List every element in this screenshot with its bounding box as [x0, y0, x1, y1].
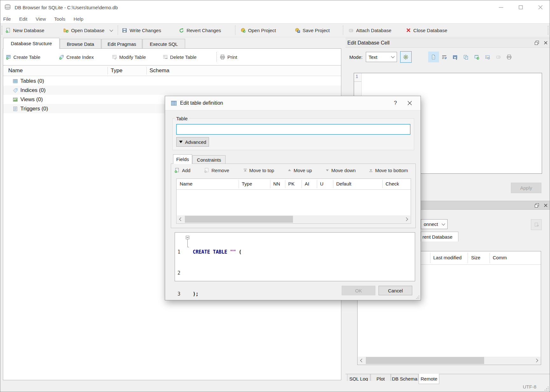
col-u[interactable]: U [320, 181, 324, 186]
print-button[interactable]: Print [220, 54, 237, 60]
tree-header-separator [146, 67, 147, 74]
tree-col-name[interactable]: Name [8, 67, 23, 74]
float-dock-icon[interactable] [534, 203, 539, 208]
cancel-button[interactable]: Cancel [379, 286, 412, 295]
remote-col-last-modified[interactable]: Last modified [433, 255, 462, 260]
move-down-button[interactable]: Move down [325, 168, 356, 173]
menu-help[interactable]: Help [73, 16, 83, 22]
float-dock-icon[interactable] [534, 40, 539, 45]
edit-cell-dock-header[interactable]: Edit Database Cell [345, 38, 550, 48]
indices-icon [13, 88, 18, 93]
apply-button[interactable]: Apply [511, 183, 541, 193]
close-dock-icon[interactable] [544, 203, 548, 207]
close-dock-icon[interactable] [544, 41, 548, 45]
attach-database-button[interactable]: Attach Database [348, 28, 391, 33]
constraints-tab[interactable]: Constraints [192, 155, 226, 164]
cell-editor-line-number: 1 [354, 73, 361, 82]
tab-database-structure[interactable]: Database Structure [3, 38, 59, 49]
remote-table-hscrollbar[interactable] [358, 357, 540, 364]
move-up-button[interactable]: Move up [288, 168, 312, 173]
tab-remote[interactable]: Remote [419, 374, 439, 384]
menu-edit[interactable]: Edit [19, 16, 27, 22]
scroll-left-icon[interactable] [360, 359, 363, 362]
structure-toolbar: Create Table Create Index Modify Table D… [3, 49, 341, 65]
col-check[interactable]: Check [386, 181, 399, 186]
col-pk[interactable]: PK [288, 181, 295, 186]
col-default[interactable]: Default [336, 181, 352, 186]
tree-row-indices[interactable]: Indices (0) [3, 86, 341, 95]
move-to-top-button[interactable]: Move to top [243, 168, 274, 173]
scrollbar-thumb[interactable] [185, 216, 293, 223]
close-button[interactable] [531, 0, 550, 14]
add-field-button[interactable]: Add [174, 168, 191, 173]
delete-table-button[interactable]: Delete Table [163, 54, 197, 60]
word-wrap-button[interactable] [439, 52, 450, 62]
create-table-button[interactable]: Create Table [6, 54, 40, 60]
col-ai[interactable]: AI [305, 181, 309, 186]
scrollbar-thumb[interactable] [366, 357, 484, 364]
open-database-dropdown-arrow[interactable] [110, 30, 113, 31]
fields-table-hscrollbar[interactable] [177, 215, 410, 223]
col-name[interactable]: Name [180, 181, 192, 186]
close-database-button[interactable]: Close Database [406, 28, 447, 33]
current-database-tab[interactable]: rent Database [421, 232, 458, 242]
dialog-close-icon[interactable] [407, 101, 412, 106]
encoding-indicator[interactable]: UTF-8 [523, 384, 537, 389]
create-table-icon [6, 54, 11, 60]
scroll-right-icon[interactable] [535, 359, 539, 362]
dialog-resize-grip-icon[interactable] [416, 295, 420, 299]
image-view-button[interactable] [482, 52, 493, 62]
col-nn[interactable]: NN [273, 181, 280, 186]
maximize-button[interactable] [511, 0, 531, 14]
advanced-button[interactable]: Advanced [176, 137, 209, 147]
resize-grip-icon[interactable] [545, 387, 549, 391]
ok-button[interactable]: OK [342, 286, 375, 295]
set-null-button[interactable] [493, 52, 504, 62]
dialog-help-button[interactable]: ? [387, 100, 403, 106]
open-database-button[interactable]: Open Database [63, 28, 104, 33]
identity-select[interactable]: onnect [421, 219, 448, 229]
tree-col-schema[interactable]: Schema [150, 67, 169, 74]
table-name-input[interactable] [176, 124, 410, 135]
create-index-button[interactable]: Create Index [59, 54, 94, 60]
col-type[interactable]: Type [242, 181, 252, 186]
tab-execute-sql[interactable]: Execute SQL [143, 39, 185, 49]
tab-edit-pragmas[interactable]: Edit Pragmas [101, 39, 142, 49]
write-changes-button[interactable]: Write Changes [122, 28, 161, 33]
toolbar-drag-handle[interactable] [2, 26, 2, 35]
import-text-button[interactable] [450, 52, 461, 62]
text-document-button[interactable] [428, 52, 439, 62]
fields-tab[interactable]: Fields [173, 154, 192, 164]
open-project-label: Open Project [248, 28, 276, 33]
gear-icon [403, 54, 408, 60]
open-project-button[interactable]: Open Project [240, 28, 276, 33]
auto-detect-button[interactable] [400, 51, 412, 63]
clone-database-button[interactable] [531, 219, 542, 230]
export-text-button[interactable] [461, 52, 471, 62]
scroll-right-icon[interactable] [405, 218, 408, 220]
modify-table-button[interactable]: Modify Table [112, 54, 146, 60]
print-cell-button[interactable] [504, 52, 515, 62]
sql-code: CREATE TABLE "" ( ); [193, 234, 242, 312]
scroll-left-icon[interactable] [179, 218, 182, 220]
new-database-button[interactable]: New Database [5, 28, 44, 33]
triggers-icon [13, 106, 18, 111]
open-in-window-button[interactable] [471, 52, 482, 62]
toolbar-drag-handle-right[interactable] [548, 26, 548, 35]
tab-browse-data[interactable]: Browse Data [60, 39, 101, 49]
revert-changes-button[interactable]: Revert Changes [179, 28, 221, 33]
remove-field-button[interactable]: Remove [204, 168, 229, 173]
minimize-button[interactable] [491, 0, 511, 14]
menu-file[interactable]: File [3, 16, 11, 22]
fold-marker-icon[interactable] [186, 236, 189, 239]
remote-col-comment[interactable]: Comm [493, 255, 507, 260]
save-project-button[interactable]: Save Project [295, 28, 330, 33]
main-window: DB Browser for SQLite - C:\Users\turne\d… [0, 0, 550, 392]
mode-select[interactable]: Text [366, 52, 397, 62]
tree-col-type[interactable]: Type [111, 67, 122, 74]
tree-row-tables[interactable]: Tables (0) [3, 76, 341, 86]
remote-col-size[interactable]: Size [471, 255, 480, 260]
menu-view[interactable]: View [36, 16, 46, 22]
move-to-bottom-button[interactable]: Move to bottom [369, 168, 408, 173]
menu-tools[interactable]: Tools [54, 16, 65, 22]
